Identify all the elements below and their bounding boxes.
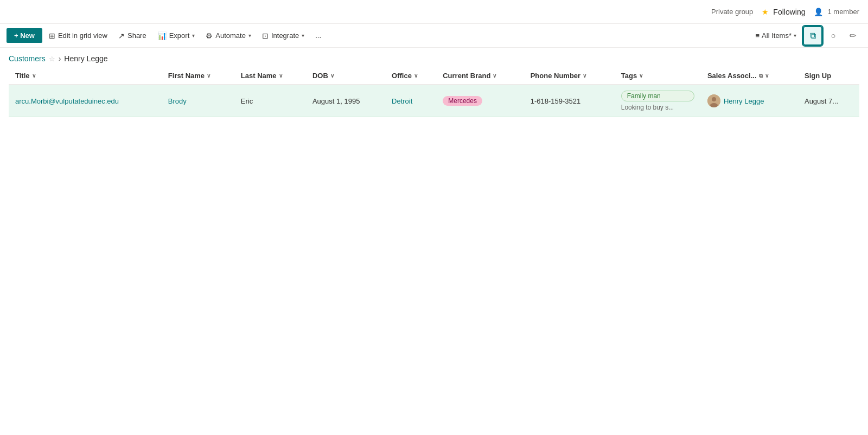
- title-sort-icon: ∨: [32, 73, 36, 79]
- all-items-button[interactable]: ≡ All Items* ▾: [751, 29, 801, 42]
- filter-icon: ⧉: [810, 31, 816, 41]
- all-items-chevron: ▾: [794, 33, 796, 39]
- table-body: arcu.Morbi@vulputateduinec.edu Brody Eri…: [9, 85, 859, 117]
- cell-title: arcu.Morbi@vulputateduinec.edu: [9, 85, 162, 117]
- share-label: Share: [127, 31, 146, 40]
- col-sales-associate[interactable]: Sales Associ... ⧉ ∨: [701, 67, 798, 85]
- command-bar: + New ⊞ Edit in grid view ↗ Share 📊 Expo…: [0, 24, 868, 48]
- customers-table: Title ∨ First Name ∨ Last Name ∨: [9, 67, 859, 117]
- breadcrumb-current: Henry Legge: [64, 54, 107, 63]
- col-tags[interactable]: Tags ∨: [615, 67, 701, 85]
- col-title[interactable]: Title ∨: [9, 67, 162, 85]
- member-count: 1 member: [827, 8, 859, 16]
- col-phone-number[interactable]: Phone Number ∨: [524, 67, 615, 85]
- tag-family-badge: Family man: [621, 91, 694, 101]
- top-bar: Private group ★ Following 👤 1 member: [0, 0, 868, 24]
- integrate-label: Integrate: [271, 31, 299, 40]
- phone-sort-icon: ∨: [583, 73, 586, 79]
- breadcrumb-favorite-icon[interactable]: ☆: [49, 55, 55, 63]
- table-row[interactable]: arcu.Morbi@vulputateduinec.edu Brody Eri…: [9, 85, 859, 117]
- cell-sign-up: August 7...: [798, 85, 859, 117]
- tags-sort-icon: ∨: [639, 73, 643, 79]
- col-office[interactable]: Office ∨: [385, 67, 436, 85]
- breadcrumb-separator: ›: [59, 54, 61, 63]
- automate-label: Automate: [215, 31, 246, 40]
- cell-phone-number: 1-618-159-3521: [524, 85, 615, 117]
- table-header: Title ∨ First Name ∨ Last Name ∨: [9, 67, 859, 85]
- svg-point-1: [712, 97, 716, 101]
- integrate-button[interactable]: ⊡ Integrate ▾: [258, 29, 309, 43]
- cell-tags: Family man Looking to buy s...: [615, 85, 701, 117]
- sales-filter-icon: ⧉: [759, 73, 763, 79]
- col-current-brand[interactable]: Current Brand ∨: [436, 67, 524, 85]
- col-last-name[interactable]: Last Name ∨: [234, 67, 306, 85]
- cell-first-name: Brody: [162, 85, 234, 117]
- breadcrumb-parent-link[interactable]: Customers: [9, 54, 46, 63]
- following-group: ★ Following: [762, 8, 805, 16]
- breadcrumb: Customers ☆ › Henry Legge: [0, 48, 868, 67]
- grid-icon: ⊞: [49, 31, 55, 40]
- tag-secondary: Looking to buy s...: [621, 104, 694, 111]
- dob-sort-icon: ∨: [330, 73, 334, 79]
- first-name-sort-icon: ∨: [207, 73, 210, 79]
- edit-icon: ✏: [850, 31, 857, 41]
- edit-grid-label: Edit in grid view: [58, 31, 107, 40]
- star-icon[interactable]: ★: [762, 8, 769, 16]
- sales-associate-name: Henry Legge: [724, 97, 764, 105]
- filter-button[interactable]: ⧉: [803, 26, 822, 46]
- col-sign-up[interactable]: Sign Up: [798, 67, 859, 85]
- svg-point-2: [710, 103, 718, 107]
- private-group-label: Private group: [711, 8, 753, 16]
- all-items-label: ≡: [756, 31, 760, 40]
- avatar: [707, 94, 720, 107]
- more-options-label: ...: [315, 31, 321, 40]
- all-items-text: All Items*: [762, 31, 792, 40]
- table-container: Title ∨ First Name ∨ Last Name ∨: [0, 67, 868, 117]
- edit-grid-view-button[interactable]: ⊞ Edit in grid view: [44, 29, 112, 43]
- mercedes-badge: Mercedes: [443, 96, 482, 106]
- search-button[interactable]: ○: [825, 27, 842, 44]
- sales-sort-icon: ∨: [765, 73, 769, 79]
- share-button[interactable]: ↗ Share: [114, 29, 151, 43]
- private-group-text: Private group: [711, 8, 753, 16]
- export-chevron: ▾: [192, 33, 195, 39]
- integrate-chevron: ▾: [302, 33, 304, 39]
- member-group: 👤 1 member: [814, 8, 859, 16]
- current-brand-sort-icon: ∨: [493, 73, 496, 79]
- col-dob[interactable]: DOB ∨: [306, 67, 385, 85]
- integrate-icon: ⊡: [262, 31, 269, 40]
- new-button[interactable]: + New: [7, 28, 42, 43]
- view-controls: ≡ All Items* ▾ ⧉ ○ ✏: [751, 26, 862, 46]
- search-icon: ○: [831, 31, 835, 40]
- cell-dob: August 1, 1995: [306, 85, 385, 117]
- automate-chevron: ▾: [248, 33, 251, 39]
- cell-sales-associate: Henry Legge: [701, 85, 798, 117]
- cell-last-name: Eric: [234, 85, 306, 117]
- export-button[interactable]: 📊 Export ▾: [153, 29, 200, 43]
- following-text: Following: [773, 8, 805, 16]
- edit-button[interactable]: ✏: [844, 27, 861, 44]
- cell-office: Detroit: [385, 85, 436, 117]
- cell-current-brand: Mercedes: [436, 85, 524, 117]
- export-icon: 📊: [157, 31, 167, 40]
- last-name-sort-icon: ∨: [279, 73, 283, 79]
- member-icon: 👤: [814, 8, 823, 16]
- more-options-button[interactable]: ...: [311, 29, 326, 42]
- col-first-name[interactable]: First Name ∨: [162, 67, 234, 85]
- share-icon: ↗: [118, 31, 125, 40]
- office-sort-icon: ∨: [414, 73, 418, 79]
- automate-icon: ⚙: [206, 31, 213, 40]
- export-label: Export: [169, 31, 190, 40]
- automate-button[interactable]: ⚙ Automate ▾: [201, 29, 256, 43]
